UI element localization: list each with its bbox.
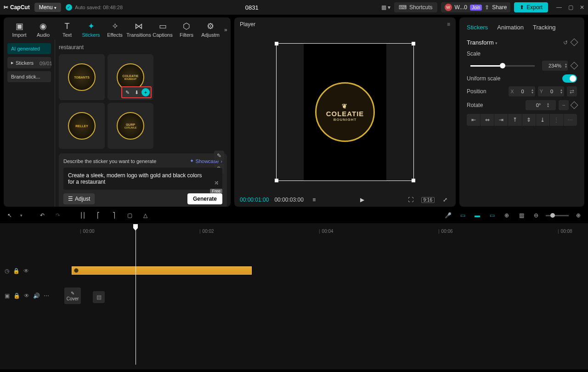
tab-stickers-props[interactable]: Stickers xyxy=(467,24,488,31)
share-icon: ⇪ xyxy=(485,4,489,11)
add-to-timeline-button[interactable]: + xyxy=(141,88,150,96)
selection-dropdown-icon[interactable]: ▾ xyxy=(20,213,23,218)
compare-icon[interactable]: ≡ xyxy=(309,197,319,203)
magnet-preview-icon[interactable]: ▭ xyxy=(487,210,497,220)
resize-handle-br[interactable] xyxy=(412,179,415,182)
aspect-ratio-badge[interactable]: 9:16 xyxy=(421,197,435,203)
track-more-icon[interactable]: ⋯ xyxy=(44,293,49,299)
shortcuts-button[interactable]: ⌨ Shortcuts xyxy=(394,2,437,12)
download-icon[interactable]: ⬇ xyxy=(132,88,141,96)
player-stage[interactable]: ❦ COLEATIE BOUNIGHT xyxy=(234,31,456,193)
undo-icon[interactable]: ↶ xyxy=(37,210,47,220)
resize-handle-bl[interactable] xyxy=(275,179,278,182)
time-ruler[interactable]: 00:00 00:02 00:04 00:06 00:08 xyxy=(64,225,583,235)
tab-text[interactable]: TText xyxy=(55,20,79,39)
tab-animation[interactable]: Animation xyxy=(497,24,524,31)
tab-stickers[interactable]: ✦Stickers xyxy=(79,20,103,39)
sidebar-item-ai-generated[interactable]: AI generated xyxy=(7,43,51,54)
trim-right-icon[interactable]: ⎤ xyxy=(109,210,119,220)
track-visibility-icon[interactable]: 👁 xyxy=(23,268,29,274)
resize-handle-tr[interactable] xyxy=(412,42,415,45)
sticker-card[interactable]: COLEATIEBOUNIGHT ✎ ⬇ + xyxy=(107,54,153,100)
track-visibility-icon[interactable]: 👁 xyxy=(24,293,29,299)
align-center-v-icon[interactable]: ⇕ xyxy=(522,114,536,126)
playhead[interactable] xyxy=(136,225,136,365)
sticker-card[interactable]: RELLEY xyxy=(59,103,105,149)
scale-slider[interactable] xyxy=(470,65,535,67)
tab-adjustment[interactable]: ⚙Adjustm xyxy=(198,20,222,39)
sticker-card[interactable]: TOBANTS xyxy=(59,54,105,100)
zoom-out-icon[interactable]: ⊖ xyxy=(531,210,541,220)
timeline-zoom-slider[interactable] xyxy=(546,215,569,216)
tab-transitions[interactable]: ⋈Transitions xyxy=(127,20,151,39)
snap-icon[interactable]: ⊕ xyxy=(502,210,512,220)
selection-tool-icon[interactable]: ↖ xyxy=(5,210,15,220)
sticker-card[interactable]: GURPCOTLAVLE xyxy=(107,103,153,149)
maximize-button[interactable]: ▢ xyxy=(568,4,573,11)
shuffle-icon[interactable]: ⤮ xyxy=(214,180,219,186)
minimize-button[interactable]: — xyxy=(556,4,562,11)
fullscreen-icon[interactable]: ⤢ xyxy=(440,197,450,203)
generate-button[interactable]: Generate xyxy=(187,193,222,204)
sticker-clip[interactable] xyxy=(72,266,252,275)
align-center-h-icon[interactable]: ⇔ xyxy=(481,114,494,126)
filmstrip-icon[interactable]: ▤ xyxy=(93,291,105,303)
align-top-icon[interactable]: ⤒ xyxy=(508,114,522,126)
position-link-icon[interactable]: ⇄ xyxy=(567,86,577,96)
position-y-input[interactable]: Y0▴▾ xyxy=(538,86,564,96)
export-button[interactable]: ⬆ Export xyxy=(514,2,548,12)
track-mute-icon[interactable]: 🔊 xyxy=(33,293,40,299)
zoom-in-icon[interactable]: ⊕ xyxy=(573,210,583,220)
trim-left-icon[interactable]: ⎡ xyxy=(93,210,103,220)
tab-filters[interactable]: ⬡Filters xyxy=(175,20,198,39)
position-x-input[interactable]: X0▴▾ xyxy=(509,86,535,96)
tab-audio[interactable]: ◉Audio xyxy=(31,20,55,39)
selection-box[interactable]: ❦ COLEATIE BOUNIGHT xyxy=(276,43,414,181)
track-clock-icon[interactable]: ◷ xyxy=(5,268,9,274)
scale-to-fit-icon[interactable]: ⛶ xyxy=(406,197,416,203)
player-menu-icon[interactable]: ≡ xyxy=(447,21,450,28)
project-title[interactable]: 0831 xyxy=(127,4,377,11)
sticker-on-canvas[interactable]: ❦ COLEATIE BOUNIGHT xyxy=(315,82,375,142)
more-tabs-icon[interactable]: » xyxy=(222,23,229,37)
tab-tracking[interactable]: Tracking xyxy=(533,24,555,31)
tab-captions[interactable]: ▭Captions xyxy=(151,20,175,39)
rotate-keyframe-icon[interactable] xyxy=(571,101,578,109)
track-options-icon[interactable]: ▥ xyxy=(516,210,526,220)
play-button[interactable]: ▶ xyxy=(357,197,368,203)
tab-effects[interactable]: ✧Effects xyxy=(103,20,127,39)
align-bottom-icon[interactable]: ⤓ xyxy=(536,114,550,126)
keyframe-icon[interactable] xyxy=(571,38,578,46)
magnet-main-icon[interactable]: ▭ xyxy=(458,210,468,220)
track-controls: ▣ 🔒 👁 🔊 ⋯ xyxy=(5,293,57,299)
adjust-button[interactable]: ☰Adjust xyxy=(63,193,95,204)
track-lock-icon[interactable]: 🔒 xyxy=(13,268,20,274)
regenerate-icon[interactable]: ✎ xyxy=(123,88,131,96)
scale-keyframe-icon[interactable] xyxy=(571,62,578,70)
edit-icon[interactable]: ✎ xyxy=(214,151,224,161)
aspect-icon[interactable]: ▦ ▾ xyxy=(381,4,390,11)
mic-icon[interactable]: 🎤 xyxy=(443,210,453,220)
tab-import[interactable]: ▣Import xyxy=(7,20,31,39)
scale-input[interactable]: 234%▴▾ xyxy=(542,61,568,71)
rotate-reset-icon[interactable]: − xyxy=(559,100,569,110)
menu-button[interactable]: Menu ▾ xyxy=(34,3,61,12)
main-track-lane[interactable]: ▤ xyxy=(83,291,583,300)
close-button[interactable]: ✕ xyxy=(580,4,584,11)
prompt-input[interactable]: Create a sleek, modern logo with gold an… xyxy=(63,168,222,190)
track-type-icon[interactable]: ▣ xyxy=(5,293,10,299)
align-right-icon[interactable]: ⇥ xyxy=(494,114,508,126)
magnet-linked-icon[interactable]: ▬ xyxy=(472,210,482,220)
user-menu[interactable]: W W...0 Join ⇪ Share xyxy=(441,2,511,12)
sidebar-item-brand[interactable]: Brand stick... xyxy=(7,71,51,82)
split-icon[interactable]: ⎮⎮ xyxy=(78,210,88,220)
uniform-scale-toggle[interactable] xyxy=(562,74,577,83)
crop-icon[interactable]: ▢ xyxy=(124,210,135,220)
mirror-icon[interactable]: △ xyxy=(140,210,150,220)
resize-handle-tl[interactable] xyxy=(275,42,278,45)
cover-button[interactable]: ✎ Cover xyxy=(64,287,81,304)
rotate-input[interactable]: 0°▴▾ xyxy=(526,100,556,110)
align-left-icon[interactable]: ⇤ xyxy=(467,114,481,126)
track-lock-icon[interactable]: 🔒 xyxy=(13,293,20,299)
reset-icon[interactable]: ↺ xyxy=(563,39,568,46)
